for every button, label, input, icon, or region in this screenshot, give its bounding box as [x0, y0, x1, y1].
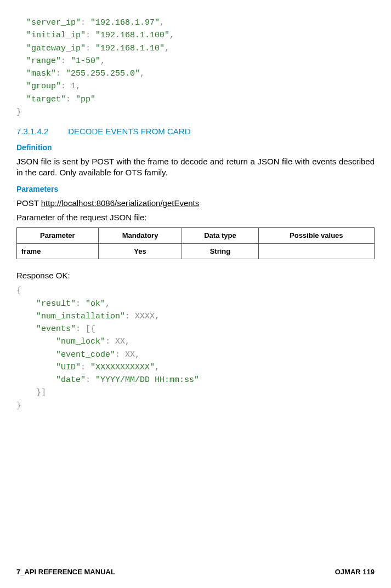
section-title: DECODE EVENTS FROM CARD — [68, 127, 190, 136]
col-parameter: Parameter — [17, 228, 99, 244]
param-caption: Parameter of the request JSON file: — [16, 212, 375, 223]
http-method: POST — [16, 198, 41, 208]
table-row: frameYesString — [17, 243, 375, 259]
cell-possible — [258, 243, 374, 259]
parameters-table: Parameter Mandatory Data type Possible v… — [16, 227, 375, 259]
response-label: Response OK: — [16, 270, 375, 281]
col-mandatory: Mandatory — [98, 228, 182, 244]
code-block-response: { "result": "ok", "num_installation": XX… — [16, 284, 375, 412]
table-header-row: Parameter Mandatory Data type Possible v… — [17, 228, 375, 244]
col-possible: Possible values — [258, 228, 374, 244]
col-datatype: Data type — [182, 228, 258, 244]
code-block-top: "server_ip": "192.168.1.97", "initial_ip… — [16, 16, 375, 118]
definition-heading: Definition — [16, 142, 375, 153]
section-number: 7.3.1.4.2 — [16, 126, 66, 137]
cell-datatype: String — [182, 243, 258, 259]
parameters-heading: Parameters — [16, 184, 375, 195]
endpoint-url: http://localhost:8086/serialization/getE… — [41, 198, 200, 208]
cell-mandatory: Yes — [98, 243, 182, 259]
section-heading: 7.3.1.4.2 DECODE EVENTS FROM CARD — [16, 126, 375, 137]
definition-text: JSON file is sent by POST with the frame… — [16, 156, 375, 179]
endpoint-line: POST http://localhost:8086/serialization… — [16, 198, 375, 209]
cell-parameter: frame — [17, 243, 99, 259]
